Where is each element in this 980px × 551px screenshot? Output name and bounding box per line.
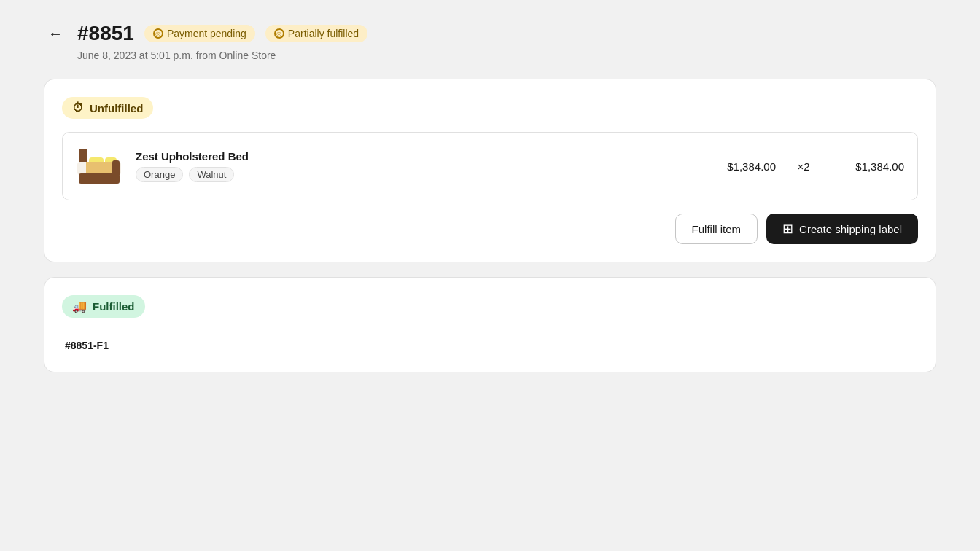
unfulfilled-item-row: Zest Upholstered Bed Orange Walnut $1,38…: [62, 132, 918, 200]
payment-badge-icon: ◎: [153, 28, 163, 39]
payment-badge: ◎ Payment pending: [144, 25, 255, 42]
fulfilled-badge: 🚚 Fulfilled: [62, 295, 145, 318]
item-image: [76, 143, 122, 189]
order-number: #8851: [77, 22, 134, 45]
fulfill-item-button[interactable]: Fulfill item: [675, 214, 758, 244]
unfulfilled-badge-label: Unfulfilled: [90, 102, 143, 114]
fulfillment-badge: ◎ Partially fulfilled: [265, 25, 368, 42]
variant-tag-walnut: Walnut: [189, 167, 234, 182]
fulfillment-badge-icon: ◎: [274, 28, 284, 39]
order-date: June 8, 2023 at 5:01 p.m. from Online St…: [77, 50, 936, 61]
fulfilled-badge-label: Fulfilled: [93, 300, 135, 313]
item-name: Zest Upholstered Bed: [136, 150, 697, 163]
item-qty: ×2: [789, 160, 818, 173]
actions-row: Fulfill item ⊞ Create shipping label: [62, 214, 918, 244]
payment-badge-label: Payment pending: [167, 28, 246, 39]
back-button[interactable]: ←: [44, 22, 67, 45]
variant-tag-orange: Orange: [136, 167, 183, 182]
barcode-icon: ⊞: [782, 221, 793, 237]
fulfilled-card: 🚚 Fulfilled #8851-F1: [44, 277, 936, 372]
create-label-text: Create shipping label: [799, 223, 902, 235]
fulfillment-id: #8851-F1: [62, 331, 918, 354]
fulfillment-badge-label: Partially fulfilled: [288, 28, 359, 39]
bed-illustration: [76, 149, 122, 184]
item-total: $1,384.00: [831, 160, 904, 173]
unfulfilled-badge-icon: ⏱: [72, 101, 84, 114]
page-header: ← #8851 ◎ Payment pending ◎ Partially fu…: [44, 22, 936, 45]
item-price: $1,384.00: [710, 160, 776, 173]
item-details: Zest Upholstered Bed Orange Walnut: [136, 150, 697, 182]
unfulfilled-badge: ⏱ Unfulfilled: [62, 97, 153, 119]
item-variants: Orange Walnut: [136, 167, 697, 182]
create-shipping-label-button[interactable]: ⊞ Create shipping label: [766, 214, 918, 244]
unfulfilled-card: ⏱ Unfulfilled Zest Upholstered Bed Orang…: [44, 79, 936, 262]
fulfilled-badge-icon: 🚚: [72, 300, 87, 313]
